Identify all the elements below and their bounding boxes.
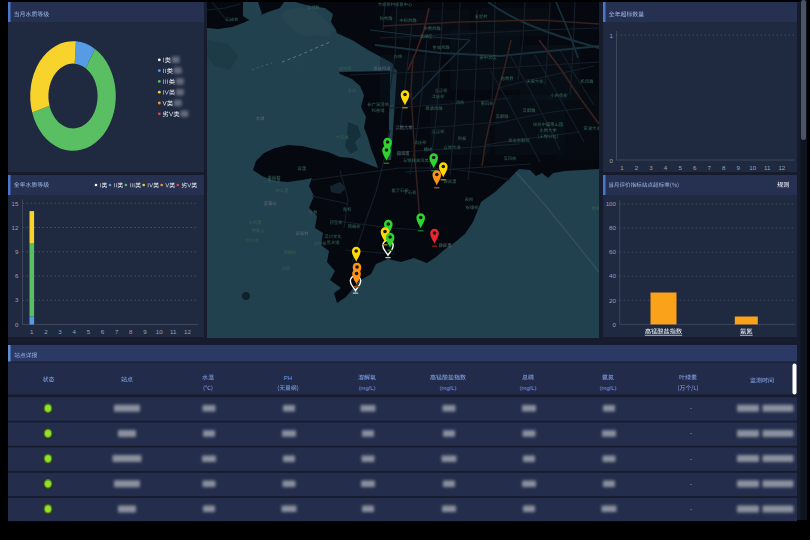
svg-text:5: 5 xyxy=(678,164,682,171)
svg-text:12: 12 xyxy=(12,224,19,231)
svg-text:5: 5 xyxy=(87,328,91,335)
svg-text:0: 0 xyxy=(613,321,617,328)
svg-text:(mg/L): (mg/L) xyxy=(359,385,376,391)
svg-text:9: 9 xyxy=(737,164,741,171)
svg-text:60: 60 xyxy=(609,248,616,255)
svg-text:6: 6 xyxy=(693,164,697,171)
svg-text:(mg/L): (mg/L) xyxy=(440,385,457,391)
svg-text:1: 1 xyxy=(30,328,34,335)
svg-text:8: 8 xyxy=(129,328,133,335)
svg-text:(mg/L): (mg/L) xyxy=(600,385,617,391)
svg-text:100: 100 xyxy=(606,200,617,207)
svg-text:0: 0 xyxy=(610,157,614,164)
svg-text:3: 3 xyxy=(58,328,62,335)
svg-text:-: - xyxy=(690,506,692,512)
svg-text:6: 6 xyxy=(101,328,105,335)
svg-text:-: - xyxy=(690,430,692,436)
svg-text:9: 9 xyxy=(15,248,19,255)
svg-text:8: 8 xyxy=(722,164,726,171)
svg-text:2: 2 xyxy=(44,328,48,335)
svg-text:12: 12 xyxy=(778,164,785,171)
svg-text:11: 11 xyxy=(764,164,771,171)
svg-text:PH: PH xyxy=(284,375,292,381)
svg-text:1: 1 xyxy=(620,164,624,171)
svg-text:80: 80 xyxy=(609,224,616,231)
svg-text:7: 7 xyxy=(115,328,119,335)
svg-text:-: - xyxy=(690,405,692,411)
svg-text:3: 3 xyxy=(15,296,19,303)
svg-text:2: 2 xyxy=(635,164,639,171)
svg-text:3: 3 xyxy=(649,164,653,171)
svg-text:4: 4 xyxy=(664,164,668,171)
svg-text:7: 7 xyxy=(707,164,711,171)
svg-text:15: 15 xyxy=(12,200,19,207)
svg-text:1: 1 xyxy=(610,32,614,39)
svg-text:12: 12 xyxy=(184,328,191,335)
svg-text:-: - xyxy=(690,481,692,487)
svg-text:-: - xyxy=(690,456,692,462)
svg-text:40: 40 xyxy=(609,272,616,279)
svg-text:(mg/L): (mg/L) xyxy=(520,385,537,391)
svg-text:10: 10 xyxy=(156,328,163,335)
svg-text:0: 0 xyxy=(15,321,19,328)
svg-text:4: 4 xyxy=(73,328,77,335)
svg-text:20: 20 xyxy=(609,297,616,304)
svg-text:9: 9 xyxy=(143,328,147,335)
svg-text:10: 10 xyxy=(749,164,756,171)
svg-text:11: 11 xyxy=(170,328,177,335)
svg-text:6: 6 xyxy=(15,272,19,279)
